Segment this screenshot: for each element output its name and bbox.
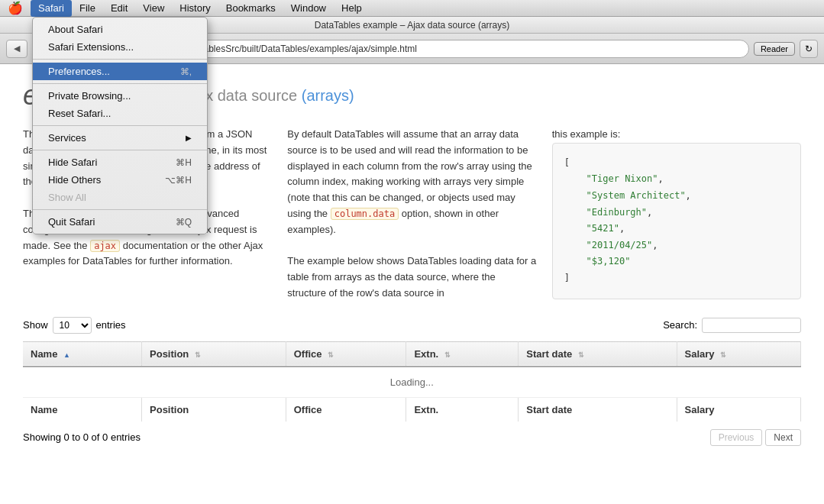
search-input[interactable] (702, 318, 801, 333)
menubar-view[interactable]: View (135, 0, 172, 17)
col-name[interactable]: Name ▲ (23, 341, 142, 367)
safari-dropdown-menu: About Safari Safari Extensions... Prefer… (32, 17, 208, 234)
next-button[interactable]: Next (765, 429, 801, 446)
sort-both-icon-off: ⇅ (328, 351, 334, 359)
browser-title: DataTables example – Ajax data source (a… (315, 20, 509, 31)
menu-reset-safari[interactable]: Reset Safari... (33, 105, 207, 122)
foot-name: Name (23, 397, 142, 422)
menu-separator-2 (33, 83, 207, 84)
menu-separator-4 (33, 150, 207, 150)
menu-safari-extensions[interactable]: Safari Extensions... (33, 38, 207, 56)
search-control: Search: (663, 318, 801, 333)
hide-safari-shortcut: ⌘H (176, 157, 192, 168)
hide-others-shortcut: ⌥⌘H (165, 175, 192, 186)
foot-startdate: Start date (519, 397, 677, 422)
datatable-controls-top: Show 10 25 50 100 entries Search: (23, 317, 801, 334)
loading-row: Loading... (23, 367, 801, 398)
menu-private-browsing[interactable]: Private Browsing... (33, 87, 207, 105)
foot-salary: Salary (677, 397, 800, 422)
back-button[interactable]: ◀ (6, 40, 27, 58)
menubar-edit[interactable]: Edit (103, 0, 135, 17)
sort-both-icon-ext: ⇅ (444, 351, 451, 359)
reader-button[interactable]: Reader (754, 42, 795, 56)
col-office[interactable]: Office ⇅ (286, 341, 406, 367)
refresh-button[interactable]: ↻ (800, 40, 818, 58)
menu-hide-others[interactable]: Hide Others ⌥⌘H (33, 171, 207, 189)
datatable: Name ▲ Position ⇅ Office ⇅ Extn. ⇅ Start… (23, 341, 801, 422)
entries-select[interactable]: 10 25 50 100 (53, 317, 92, 334)
pagination: Previous Next (710, 429, 801, 446)
menu-preferences[interactable]: Preferences... ⌘, (33, 63, 207, 80)
column-data-code: column.data (331, 208, 399, 220)
table-head: Name ▲ Position ⇅ Office ⇅ Extn. ⇅ Start… (23, 341, 801, 367)
menubar-safari[interactable]: Safari (31, 0, 72, 17)
show-entries: Show 10 25 50 100 entries (23, 317, 126, 334)
showing-info: Showing 0 to 0 of 0 entries (23, 431, 141, 443)
loading-cell: Loading... (23, 367, 801, 398)
menu-separator-3 (33, 125, 207, 126)
menubar-help[interactable]: Help (334, 0, 370, 17)
code-block: [ "Tiger Nixon", "System Architect", "Ed… (552, 143, 801, 299)
menu-separator-5 (33, 209, 207, 210)
table-foot: Name Position Office Extn. Start date Sa… (23, 397, 801, 422)
services-arrow-icon: ▶ (186, 134, 192, 142)
foot-extn: Extn. (406, 397, 519, 422)
menubar-history[interactable]: History (172, 0, 218, 17)
foot-office: Office (286, 397, 406, 422)
menubar-file[interactable]: File (72, 0, 103, 17)
entries-label: entries (96, 319, 126, 331)
previous-button[interactable]: Previous (710, 429, 763, 446)
quit-shortcut: ⌘Q (176, 217, 192, 228)
preferences-shortcut: ⌘, (180, 66, 192, 77)
menu-separator-1 (33, 59, 207, 60)
sort-both-icon-date: ⇅ (578, 351, 584, 359)
col-startdate[interactable]: Start date ⇅ (519, 341, 677, 367)
col-position[interactable]: Position ⇅ (142, 341, 286, 367)
table-body: Loading... (23, 367, 801, 398)
col-extn[interactable]: Extn. ⇅ (406, 341, 519, 367)
menu-quit-safari[interactable]: Quit Safari ⌘Q (33, 213, 207, 231)
content-col-2: By default DataTables will assume that a… (287, 127, 536, 302)
page-title-link[interactable]: (arrays) (302, 87, 354, 104)
show-label: Show (23, 319, 48, 331)
content-col-3: this example is: [ "Tiger Nixon", "Syste… (552, 127, 801, 302)
this-example-label: this example is: (552, 127, 801, 143)
apple-menu-icon[interactable]: 🍎 (0, 1, 31, 15)
menubar-window[interactable]: Window (283, 0, 334, 17)
menubar: 🍎 Safari File Edit View History Bookmark… (0, 0, 824, 17)
ajax-code-4: ajax (90, 240, 120, 252)
menu-services[interactable]: Services ▶ (33, 129, 207, 147)
menu-about-safari[interactable]: About Safari (33, 21, 207, 38)
sort-both-icon-sal: ⇅ (720, 351, 726, 359)
col-salary[interactable]: Salary ⇅ (677, 341, 800, 367)
datatable-footer: Showing 0 to 0 of 0 entries Previous Nex… (23, 429, 801, 446)
menubar-bookmarks[interactable]: Bookmarks (218, 0, 283, 17)
search-label: Search: (663, 319, 697, 331)
menu-show-all: Show All (33, 189, 207, 206)
menu-hide-safari[interactable]: Hide Safari ⌘H (33, 153, 207, 171)
sort-both-icon-pos: ⇅ (195, 351, 201, 359)
foot-position: Position (142, 397, 286, 422)
sort-asc-icon: ▲ (63, 351, 70, 359)
